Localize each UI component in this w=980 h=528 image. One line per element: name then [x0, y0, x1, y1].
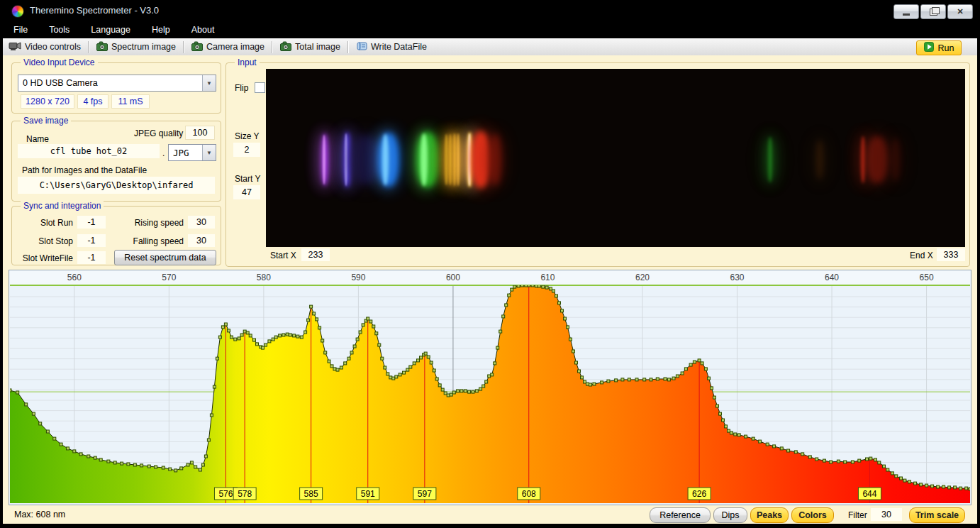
- svg-text:591: 591: [361, 489, 375, 499]
- start-x-field[interactable]: 233: [301, 248, 330, 261]
- fps-box[interactable]: 4 fps: [77, 94, 108, 109]
- dips-button[interactable]: Dips: [713, 507, 747, 523]
- slot-stop-label: Slot Stop: [12, 236, 73, 246]
- video-input-group: Video Input Device 0 HD USB Camera ▼ 128…: [11, 62, 221, 114]
- menu-file[interactable]: File: [3, 22, 38, 38]
- toolbar-separator: [88, 41, 89, 53]
- close-icon: ✕: [957, 7, 963, 16]
- video-controls-button[interactable]: Video controls: [3, 40, 87, 55]
- close-button[interactable]: ✕: [947, 4, 973, 19]
- menu-tools[interactable]: Tools: [38, 22, 80, 38]
- svg-text:585: 585: [304, 489, 318, 499]
- total-image-label: Total image: [295, 42, 340, 52]
- menu-language[interactable]: Language: [80, 22, 141, 38]
- video-device-value: 0 HD USB Camera: [18, 78, 202, 88]
- jpeg-quality-field[interactable]: 100: [185, 126, 215, 140]
- camera-spectrum-image: [266, 69, 965, 247]
- slot-writefile-field[interactable]: -1: [77, 251, 106, 264]
- peak-label: 608: [518, 488, 540, 500]
- maximize-button[interactable]: [920, 4, 946, 19]
- run-label: Run: [938, 43, 954, 53]
- spectral-band: [867, 136, 888, 183]
- svg-text:644: 644: [862, 489, 876, 499]
- x-tick-label: 620: [628, 273, 657, 282]
- total-image-button[interactable]: Total image: [274, 40, 346, 55]
- spectral-band: [350, 135, 380, 185]
- svg-text:608: 608: [522, 489, 536, 499]
- peak-label: 591: [357, 488, 379, 500]
- exposure-box[interactable]: 11 mS: [111, 94, 150, 109]
- minimize-button[interactable]: [893, 4, 919, 19]
- path-field[interactable]: C:\Users\GaryG\Desktop\infared: [18, 177, 215, 194]
- spectral-band: [323, 135, 325, 185]
- reset-spectrum-button[interactable]: Reset spectrum data: [114, 250, 216, 265]
- video-device-dropdown[interactable]: 0 HD USB Camera ▼: [18, 75, 216, 92]
- rising-speed-label: Rising speed: [118, 218, 184, 228]
- x-tick-label: 650: [913, 273, 941, 282]
- spectral-band: [489, 134, 501, 185]
- menu-help[interactable]: Help: [141, 22, 181, 38]
- format-dropdown[interactable]: JPG ▼: [168, 144, 216, 161]
- filename-field[interactable]: cfl tube hot_02: [18, 144, 160, 158]
- slot-run-label: Slot Run: [12, 218, 73, 228]
- peaks-button[interactable]: Peaks: [750, 507, 789, 523]
- video-camera-icon: [9, 41, 21, 53]
- input-group: Input Flip Size Y 2 Start Y 47 Start X 2…: [225, 62, 970, 267]
- spectrum-chart[interactable]: 560570580590600610620630640650 576578585…: [9, 270, 971, 505]
- trim-scale-button[interactable]: Trim scale: [909, 507, 965, 523]
- filename-dot: .: [162, 148, 165, 158]
- sync-title: Sync and integration: [21, 201, 104, 211]
- x-tick-label: 580: [250, 273, 278, 282]
- flip-label: Flip: [235, 83, 248, 93]
- spectral-band: [416, 132, 439, 187]
- spectrum-image-button[interactable]: Spectrum image: [91, 40, 182, 55]
- camera-image-button[interactable]: Camera image: [186, 40, 270, 55]
- menu-about[interactable]: About: [181, 22, 225, 38]
- flip-checkbox[interactable]: [255, 82, 265, 93]
- spectral-band: [861, 136, 865, 183]
- peak-label: 597: [413, 488, 436, 500]
- slot-stop-field[interactable]: -1: [77, 234, 106, 247]
- max-peak-readout: Max: 608 nm: [14, 510, 65, 519]
- camera-icon: [280, 41, 291, 53]
- start-y-label: Start Y: [235, 174, 260, 184]
- svg-text:597: 597: [418, 489, 432, 499]
- falling-speed-field[interactable]: 30: [188, 234, 215, 247]
- spectral-band: [816, 140, 823, 180]
- colors-button[interactable]: Colors: [791, 507, 834, 523]
- chevron-down-icon[interactable]: ▼: [202, 145, 216, 160]
- slot-run-field[interactable]: -1: [77, 216, 106, 229]
- peak-label: 626: [688, 488, 711, 500]
- end-x-field[interactable]: 333: [937, 248, 965, 261]
- jpeg-quality-label: JPEG quality: [134, 128, 183, 138]
- video-input-title: Video Input Device: [21, 57, 98, 67]
- x-tick-label: 570: [155, 273, 183, 282]
- sync-group: Sync and integration Slot Run -1 Slot St…: [11, 206, 221, 265]
- play-icon: [924, 42, 934, 54]
- x-tick-label: 560: [60, 273, 89, 282]
- path-label: Path for Images and the DataFile: [22, 165, 147, 175]
- spectral-band: [445, 134, 448, 185]
- maximize-icon: [930, 9, 937, 16]
- resolution-box[interactable]: 1280 x 720: [21, 94, 74, 109]
- rising-speed-field[interactable]: 30: [188, 216, 215, 229]
- save-image-title: Save image: [21, 116, 71, 126]
- write-datafile-label: Write DataFile: [371, 42, 427, 52]
- status-bar: Max: 608 nm Reference Dips Peaks Colors …: [3, 505, 977, 524]
- size-y-label: Size Y: [235, 131, 259, 141]
- peak-label: 578: [233, 488, 256, 500]
- chevron-down-icon[interactable]: ▼: [202, 75, 216, 91]
- size-y-field[interactable]: 2: [233, 143, 260, 157]
- spectral-band: [345, 133, 347, 186]
- start-x-label: Start X: [270, 251, 296, 260]
- toolbar-separator: [347, 41, 349, 53]
- spectrum-plot[interactable]: 576578585591597608626644: [10, 285, 970, 503]
- chart-x-axis: 560570580590600610620630640650: [10, 270, 970, 285]
- run-button[interactable]: Run: [916, 40, 962, 55]
- toolbar-separator: [183, 41, 184, 53]
- filter-field[interactable]: 30: [871, 508, 902, 521]
- spectral-band: [768, 137, 772, 182]
- start-y-field[interactable]: 47: [233, 185, 260, 199]
- reference-button[interactable]: Reference: [650, 507, 711, 523]
- write-datafile-button[interactable]: Write DataFile: [350, 40, 433, 55]
